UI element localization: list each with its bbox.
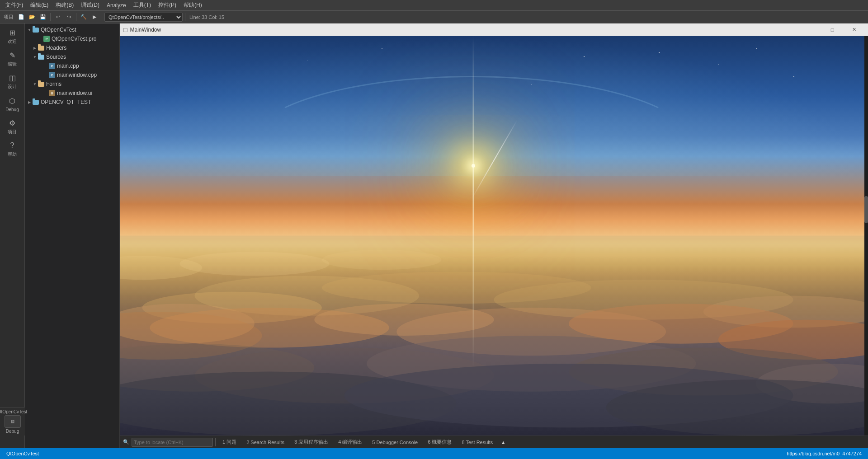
menu-file[interactable]: 文件(F): [2, 0, 27, 10]
mainwindow-ui-arrow: [43, 90, 48, 96]
line-info: Line: 33 Col: 15: [188, 14, 226, 20]
tree-mainwindow-ui[interactable]: U mainwindow.ui: [25, 89, 119, 98]
projects-label: 项目: [8, 129, 17, 135]
toolbar-run-btn[interactable]: ▶: [90, 12, 99, 22]
debug-icon: ⬡: [7, 96, 17, 106]
star-4: [718, 64, 719, 65]
tree-opencv-folder[interactable]: ▶ OPENCV_QT_TEST: [25, 98, 119, 107]
locate-input[interactable]: [132, 438, 213, 447]
headers-icon: [38, 44, 45, 52]
tab-test-results[interactable]: 8 Test Results: [457, 438, 497, 446]
tab-app-output[interactable]: 3 应用程序输出: [290, 437, 333, 447]
menu-analyze[interactable]: Analyze: [103, 1, 130, 9]
minimize-btn[interactable]: ─: [800, 25, 821, 35]
toolbar-sep2: [76, 13, 76, 21]
cloud-bottom: [120, 256, 868, 436]
sidebar-btn-welcome[interactable]: ⊞ 欢迎: [1, 25, 23, 47]
window-icon: □: [123, 26, 127, 33]
tree-pro-file[interactable]: P QtOpenCvTest.pro: [25, 34, 119, 43]
sidebar-btn-edit[interactable]: ✎ 编辑: [1, 48, 23, 70]
tree-sources-folder[interactable]: ▼ Sources: [25, 52, 119, 61]
toolbar-redo-btn[interactable]: ↪: [64, 12, 74, 22]
tree-headers-folder[interactable]: ▶ Headers: [25, 43, 119, 52]
toolbar-build-btn[interactable]: 🔨: [79, 12, 89, 22]
mainwindow-cpp-label: mainwindow.cpp: [57, 72, 97, 78]
status-url[interactable]: https://blog.csdn.net/m0_4747274: [784, 451, 864, 456]
status-project[interactable]: QtOpenCvTest: [4, 451, 42, 456]
status-left: QtOpenCvTest: [4, 451, 42, 456]
tree-forms-folder[interactable]: ▼ Forms: [25, 80, 119, 89]
mainwindow-ui-icon: U: [48, 89, 56, 97]
pro-icon: P: [43, 35, 50, 42]
project-label: 项目: [2, 14, 15, 20]
project-name-bottom: QtOpenCvTest: [25, 409, 27, 414]
scrollbar-thumb[interactable]: [864, 196, 868, 223]
light-beam-up: [472, 36, 474, 168]
menu-edit[interactable]: 编辑(E): [27, 0, 52, 10]
close-btn[interactable]: ✕: [844, 25, 864, 35]
toolbar-new-btn[interactable]: 📄: [16, 12, 26, 22]
star-2: [554, 68, 554, 69]
headers-label: Headers: [46, 45, 66, 51]
root-label: QtOpenCvTest: [41, 27, 76, 33]
tabs-sep: [215, 438, 216, 446]
main-window-frame: □ MainWindow ─ □ ✕: [120, 23, 868, 448]
search-locate-btn[interactable]: 🔍: [122, 437, 131, 447]
tree-root[interactable]: ▼ QtOpenCvTest: [25, 25, 119, 34]
forms-icon: [38, 80, 45, 88]
window-controls: ─ □ ✕: [800, 25, 864, 35]
maximize-btn[interactable]: □: [822, 25, 843, 35]
status-right: https://blog.csdn.net/m0_4747274: [784, 451, 864, 456]
design-icon: ◫: [7, 73, 17, 83]
light-beam-down: [472, 168, 474, 368]
edit-icon: ✎: [7, 50, 17, 60]
toolbar-sep4: [185, 13, 185, 21]
main-window-titlebar: □ MainWindow ─ □ ✕: [120, 23, 868, 36]
bottom-tabs: 🔍 1 问题 2 Search Results 3 应用程序输出 4 编译输出 …: [120, 436, 868, 448]
toolbar-combo[interactable]: QtOpenCvTest/projects/.. MainWindow : Ma…: [104, 13, 183, 22]
tab-compile-output[interactable]: 4 编译输出: [334, 437, 367, 447]
tab-debugger-console[interactable]: 5 Debugger Console: [368, 438, 422, 446]
sky-scene: [120, 36, 868, 436]
design-label: 设计: [8, 84, 17, 90]
opencv-arrow: ▶: [27, 99, 32, 105]
forms-arrow: ▼: [32, 81, 38, 87]
toolbar-save-btn[interactable]: 💾: [38, 12, 48, 22]
tabs-more-btn[interactable]: ▲: [498, 437, 508, 447]
sidebar-btn-debug[interactable]: ⬡ Debug: [1, 93, 23, 115]
tab-general-msg[interactable]: 6 概要信息: [423, 437, 456, 447]
rainbow-arc: [247, 76, 696, 215]
mainwindow-cpp-icon: C: [48, 71, 56, 79]
menu-debug[interactable]: 调试(D): [77, 0, 103, 10]
edit-label: 编辑: [8, 61, 17, 67]
headers-arrow: ▶: [32, 45, 38, 51]
tree-mainwindow-cpp[interactable]: C mainwindow.cpp: [25, 70, 119, 80]
project-tree: ▼ QtOpenCvTest P QtOpenCvTest.pro ▶: [25, 23, 119, 448]
star-9: [382, 48, 382, 49]
canvas-content: [120, 36, 868, 436]
tab-issues[interactable]: 1 问题: [218, 437, 241, 447]
tab-search[interactable]: 2 Search Results: [242, 438, 289, 446]
toolbar-undo-btn[interactable]: ↩: [53, 12, 63, 22]
opencv-label: OPENCV_QT_TEST: [41, 99, 91, 105]
star-5: [756, 48, 757, 49]
menu-build[interactable]: 构建(B): [52, 0, 77, 10]
root-icon: [32, 26, 39, 33]
main-window-title: MainWindow: [130, 27, 800, 33]
menu-help[interactable]: 帮助(H): [180, 0, 206, 10]
mainwindow-ui-label: mainwindow.ui: [57, 90, 92, 96]
sources-arrow: ▼: [32, 54, 38, 60]
scrollbar-right[interactable]: [864, 36, 868, 436]
welcome-label: 欢迎: [8, 38, 17, 45]
forms-label: Forms: [46, 81, 61, 87]
sidebar-btn-help[interactable]: ? 帮助: [1, 138, 23, 160]
toolbar-open-btn[interactable]: 📂: [27, 12, 37, 22]
sidebar-btn-projects[interactable]: ⚙ 项目: [1, 116, 23, 137]
menu-controls[interactable]: 控件(P): [155, 0, 180, 10]
sidebar-btn-design[interactable]: ◫ 设计: [1, 70, 23, 92]
menu-tools[interactable]: 工具(T): [130, 0, 155, 10]
tree-main-cpp[interactable]: C main.cpp: [25, 61, 119, 70]
status-bar: QtOpenCvTest https://blog.csdn.net/m0_47…: [0, 448, 868, 459]
icon-sidebar: ⊞ 欢迎 ✎ 编辑 ◫ 设计 ⬡ Debug ⚙ 项目 ? 帮助: [0, 23, 25, 448]
toolbar-sep3: [102, 13, 102, 21]
